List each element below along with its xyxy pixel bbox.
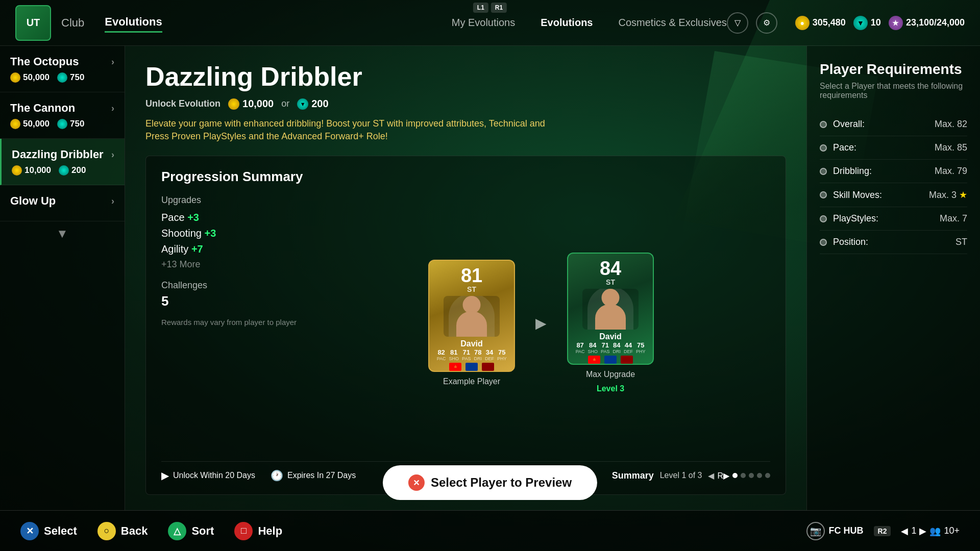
sidebar-cannon-costs: 50,000 750 <box>10 119 114 129</box>
x-button-icon: ✕ <box>408 474 425 491</box>
page-num: 1 <box>911 525 916 536</box>
ut-logo: UT <box>15 5 51 41</box>
req-overall-value: Max. 82 <box>935 119 967 130</box>
action-select[interactable]: ✕ Select <box>20 522 77 540</box>
max-upgrade-label: Max Upgrade <box>586 370 635 379</box>
right-panel: Player Requirements Select a Player that… <box>806 46 980 510</box>
players-count: ◀ 1 ▶ 👥 10+ <box>901 525 960 537</box>
r2-badge: R2 <box>874 526 891 536</box>
req-dot-position <box>820 239 827 246</box>
example-card-rating: 81 <box>461 266 482 285</box>
req-dribbling: Dribbling: Max. 79 <box>820 160 967 183</box>
chevron-right-icon: › <box>111 57 114 67</box>
req-skill-moves-label: Skill Moves: <box>820 190 882 201</box>
nav-evolutions[interactable]: Evolutions <box>105 13 162 33</box>
bottom-actions: ✕ Select ○ Back △ Sort □ Help <box>20 522 282 540</box>
chevron-right-icon: › <box>111 196 114 207</box>
max-stat-dri: 84 DRI <box>612 341 621 354</box>
max-card-position: ST <box>606 278 615 286</box>
nav-evolutions-sub[interactable]: Evolutions <box>541 17 593 29</box>
req-position-value: ST <box>955 237 967 247</box>
req-dribbling-label: Dribbling: <box>820 166 872 177</box>
progression-title: Progression Summary <box>161 169 770 185</box>
stat-phy: 75 PHY <box>497 348 507 361</box>
max-card-rating: 84 <box>600 259 621 278</box>
filter-icon[interactable]: ▽ <box>727 12 748 34</box>
bottom-bar: ✕ Select ○ Back △ Sort □ Help 📷 FC HUB R… <box>0 510 980 551</box>
action-help[interactable]: □ Help <box>234 522 282 540</box>
players-icon: 👥 <box>929 525 941 537</box>
unlock-within-item: ▶ Unlock Within 20 Days <box>161 469 255 482</box>
small-teal-coin-icon <box>59 165 69 176</box>
nav-club[interactable]: Club <box>61 14 84 32</box>
purple-coin-icon: ★ <box>889 16 903 30</box>
top-icon-group: ▽ ⚙ <box>727 12 777 34</box>
req-playstyles: PlayStyles: Max. 7 <box>820 207 967 231</box>
req-playstyles-label: PlayStyles: <box>820 213 878 224</box>
sidebar-octopus-costs: 50,000 750 <box>10 72 114 83</box>
chevron-right-icon: › <box>111 149 114 160</box>
req-pace: Pace: Max. 85 <box>820 136 967 160</box>
teal-currency-value: 10 <box>871 17 881 28</box>
nav-right-icon[interactable]: R▶ <box>717 471 729 481</box>
summary-level: Level 1 of 3 <box>660 471 702 480</box>
example-card-name: David <box>460 339 483 348</box>
currency-group: ● 305,480 ▼ 10 ★ 23,100/24,000 <box>795 16 965 30</box>
nav-my-evolutions[interactable]: My Evolutions <box>452 17 516 29</box>
evolution-description: Elevate your game with enhanced dribblin… <box>145 117 554 143</box>
cannon-coins: 50,000 <box>10 119 50 129</box>
upgrade-pace: Pace +3 <box>161 212 297 223</box>
small-teal-coin-icon <box>57 72 67 83</box>
help-action-label: Help <box>258 524 282 538</box>
unlock-teal-icon: ▼ <box>297 98 308 110</box>
or-text: or <box>281 98 289 109</box>
action-sort[interactable]: △ Sort <box>168 522 214 540</box>
sidebar: The Octopus › 50,000 750 The Cannon › <box>0 46 125 510</box>
card-arrow-icon: ▶ <box>535 315 547 332</box>
req-position-label: Position: <box>820 237 868 247</box>
sidebar-item-cannon[interactable]: The Cannon › 50,000 750 <box>0 92 125 139</box>
sidebar-octopus-title: The Octopus › <box>10 55 114 68</box>
expires-in-text: Expires In 27 Days <box>287 471 356 480</box>
summary-label: Summary <box>612 470 654 481</box>
select-player-button[interactable]: ✕ Select Player to Preview <box>383 465 597 500</box>
nav-left-icon[interactable]: ◀ <box>708 471 714 481</box>
star-icon: ★ <box>959 190 967 200</box>
max-upgrade-card: 84 ST David 87 PAC <box>567 253 654 393</box>
summary-nav: Summary Level 1 of 3 ◀ R▶ <box>612 470 770 481</box>
max-canada-flag: 🍁 <box>588 356 600 364</box>
clock-icon: 🕐 <box>271 469 283 482</box>
progression-card: Progression Summary Upgrades Pace +3 Sho… <box>145 156 786 495</box>
purple-currency-display: ★ 23,100/24,000 <box>889 16 965 30</box>
unlock-gold-icon <box>228 98 239 110</box>
req-skill-moves: Skill Moves: Max. 3 ★ <box>820 183 967 207</box>
challenges-section: Challenges 5 <box>161 280 297 309</box>
nav-right: ▽ ⚙ ● 305,480 ▼ 10 ★ 23,100/24,000 <box>727 12 965 34</box>
rewards-note: Rewards may vary from player to player <box>161 317 297 328</box>
nav-items: Club Evolutions <box>61 13 421 33</box>
page-indicator: ◀ <box>901 525 908 537</box>
players-count-label: 10+ <box>944 525 960 536</box>
unlock-coins: 10,000 <box>228 98 274 110</box>
triangle-button: △ <box>168 522 186 540</box>
sidebar-scroll-down[interactable]: ▼ <box>0 221 125 246</box>
card-green-visual: 84 ST David 87 PAC <box>567 253 654 365</box>
nav-cosmetics[interactable]: Cosmetics & Exclusives <box>618 17 726 29</box>
league-badge <box>482 363 494 371</box>
chevron-right-icon: › <box>111 103 114 114</box>
r1-trigger[interactable]: R1 <box>491 3 507 13</box>
sidebar-item-glow-up[interactable]: Glow Up › <box>0 185 125 221</box>
sidebar-item-octopus[interactable]: The Octopus › 50,000 750 <box>0 46 125 92</box>
unlock-bar: Unlock Evolution 10,000 or ▼ 200 <box>145 98 786 110</box>
action-back[interactable]: ○ Back <box>97 522 148 540</box>
settings-icon[interactable]: ⚙ <box>756 12 777 34</box>
octopus-teal: 750 <box>57 72 84 83</box>
fc-hub-section[interactable]: 📷 FC HUB <box>806 522 864 540</box>
sidebar-glow-title: Glow Up › <box>10 194 114 208</box>
nav-dots: ◀ R▶ <box>708 471 770 481</box>
card-gold-visual: 81 ST David 82 PAC <box>428 260 515 372</box>
sidebar-item-dazzling-dribbler[interactable]: Dazzling Dribbler › 10,000 200 <box>0 139 125 185</box>
dazzling-coins: 10,000 <box>12 165 51 176</box>
nav-dot-2 <box>741 473 746 478</box>
l1-trigger[interactable]: L1 <box>473 3 488 13</box>
